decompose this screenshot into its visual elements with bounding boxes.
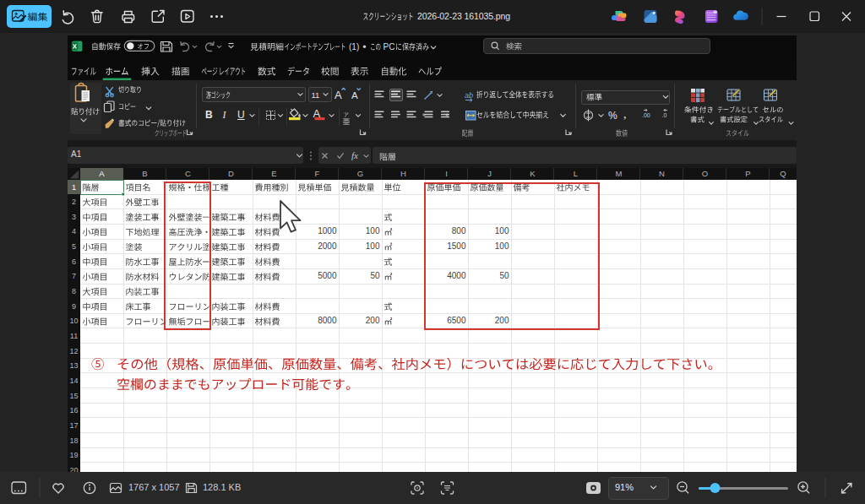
svg-text:.00: .00 — [642, 112, 650, 118]
svg-text:.0: .0 — [662, 112, 667, 118]
svg-text:ab: ab — [465, 91, 473, 100]
